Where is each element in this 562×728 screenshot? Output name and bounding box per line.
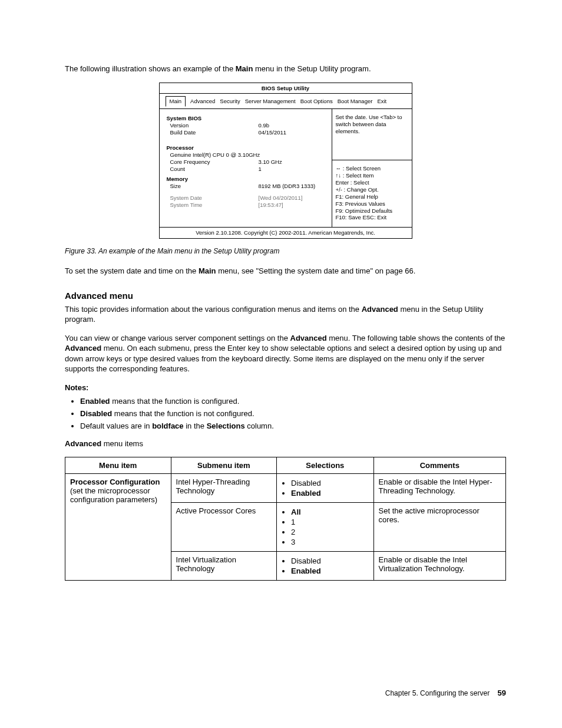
text: menu. On each submenu, press the Enter k… <box>65 344 501 373</box>
text-bold: Main <box>236 64 253 73</box>
bios-screenshot: BIOS Setup Utility Main Advanced Securit… <box>159 83 412 239</box>
text: The following illustration shows an exam… <box>65 64 236 73</box>
text: menu items <box>101 439 143 448</box>
paragraph: This topic provides information about th… <box>65 304 506 325</box>
cell-comment: Enable or disable the Intel Virtualizati… <box>373 552 505 581</box>
list-item: Enabled <box>291 489 369 498</box>
bios-main-panel: System BIOS Version0.9b Build Date04/15/… <box>160 109 332 227</box>
hint: +/- : Change Opt. <box>336 186 408 193</box>
text-bold: Disabled <box>80 409 112 418</box>
text-bold: Advanced <box>290 334 327 342</box>
text: in the <box>184 421 207 430</box>
bios-tab-boot-manager[interactable]: Boot Manager <box>338 98 373 105</box>
section-label: Memory <box>167 176 327 183</box>
text: Default values are in <box>80 421 152 430</box>
text-bold: Advanced <box>65 344 101 353</box>
label[interactable]: System Time <box>167 202 259 209</box>
bios-tab-boot-options[interactable]: Boot Options <box>300 98 333 105</box>
figure-caption: Figure 33. An example of the Main menu i… <box>65 247 506 255</box>
cell-submenu: Active Processor Cores <box>171 503 277 552</box>
value[interactable]: [19:53:47] <box>259 202 327 209</box>
cpu-line: Genuine Intel(R) CPU 0 @ 3.10GHz <box>167 151 327 159</box>
text: To set the system date and time on the <box>65 266 199 275</box>
cell-comment: Set the active microprocessor cores. <box>373 503 505 552</box>
text: means that the function is not configure… <box>112 409 254 418</box>
footer-page-number: 59 <box>498 689 506 697</box>
table-header: Comments <box>373 457 505 474</box>
cell-selections: All 1 2 3 <box>277 503 374 552</box>
hint: F9: Optimized Defaults <box>336 207 408 215</box>
text: menu in the Setup Utility program. <box>253 64 371 73</box>
text: column. <box>245 421 274 430</box>
notes-list: Enabled means that the function is confi… <box>65 397 506 430</box>
heading-advanced-menu: Advanced menu <box>65 291 506 301</box>
advanced-menu-table: Menu item Submenu item Selections Commen… <box>65 457 506 581</box>
hint: ↑↓ : Select Item <box>336 172 408 179</box>
value: 0.9b <box>259 122 327 129</box>
hint: F3: Previous Values <box>336 200 408 207</box>
cell-selections: Disabled Enabled <box>277 552 374 581</box>
list-item: Enabled <box>291 566 369 575</box>
label: Build Date <box>167 129 259 136</box>
cell-submenu: Intel Hyper-Threading Technology <box>171 474 277 503</box>
list-item: All <box>291 508 369 516</box>
table-header: Selections <box>277 457 374 474</box>
bios-tab-advanced[interactable]: Advanced <box>190 98 215 105</box>
value: 04/15/2011 <box>259 129 327 136</box>
text-bold: Advanced <box>65 439 101 448</box>
list-item: 1 <box>291 518 369 526</box>
list-item: 2 <box>291 528 369 536</box>
cell-menu-item: Processor Configuration (set the micropr… <box>65 474 171 581</box>
text-bold: Selections <box>207 421 245 430</box>
paragraph: To set the system date and time on the M… <box>65 266 506 276</box>
paragraph: You can view or change various server co… <box>65 333 506 374</box>
label: Count <box>167 166 259 173</box>
caption-text: An example of the Main menu in the Setup… <box>98 247 280 255</box>
table-title: Advanced menu items <box>65 439 506 449</box>
page-footer: Chapter 5. Configuring the server 59 <box>385 689 506 697</box>
list-item: Disabled <box>291 479 369 487</box>
hint: F10: Save ESC: Exit <box>336 214 408 221</box>
cell-submenu: Intel Virtualization Technology <box>171 552 277 581</box>
table-row: Processor Configuration (set the micropr… <box>65 474 506 503</box>
text-bold: Main <box>199 266 216 275</box>
list-item: 3 <box>291 538 369 546</box>
text: means that the function is configured. <box>110 397 240 406</box>
label: Version <box>167 122 259 129</box>
bios-tabs: Main Advanced Security Server Management… <box>160 94 412 109</box>
intro-paragraph: The following illustration shows an exam… <box>65 64 506 74</box>
text-bold: boldface <box>152 421 183 430</box>
bios-key-hints: ↔ : Select Screen ↑↓ : Select Item Enter… <box>332 160 412 227</box>
label: Size <box>167 183 259 190</box>
list-item: Default values are in boldface in the Se… <box>80 421 506 430</box>
text: menu, see "Setting the system date and t… <box>216 266 416 275</box>
bios-tab-main[interactable]: Main <box>166 96 186 107</box>
text-bold: Processor Configuration <box>70 477 160 486</box>
bios-footer: Version 2.10.1208. Copyright (C) 2002-20… <box>160 227 412 238</box>
footer-chapter: Chapter 5. Configuring the server <box>385 689 490 697</box>
text-bold: Advanced <box>362 305 398 314</box>
section-label: System BIOS <box>167 115 327 122</box>
table-header: Menu item <box>65 457 171 474</box>
value: 3.10 GHz <box>259 159 327 166</box>
label: Core Frequency <box>167 159 259 166</box>
bios-help-text: Set the date. Use <Tab> to switch betwee… <box>332 109 412 160</box>
bios-tab-security[interactable]: Security <box>220 98 240 105</box>
caption-prefix: Figure 33. <box>65 247 98 255</box>
hint: Enter : Select <box>336 179 408 186</box>
notes-label: Notes: <box>65 383 506 393</box>
list-item: Enabled means that the function is confi… <box>80 397 506 406</box>
text: menu. The following table shows the cont… <box>327 334 505 342</box>
list-item: Disabled <box>291 556 369 565</box>
text: You can view or change various server co… <box>65 334 290 342</box>
cell-selections: Disabled Enabled <box>277 474 374 503</box>
cell-comment: Enable or disable the Intel Hyper-Thread… <box>373 474 505 503</box>
bios-tab-exit[interactable]: Exit <box>377 98 386 105</box>
table-header: Submenu item <box>171 457 277 474</box>
text-bold: Enabled <box>80 397 110 406</box>
label[interactable]: System Date <box>167 195 259 202</box>
value: 1 <box>259 166 327 173</box>
value: 8192 MB (DDR3 1333) <box>259 183 327 190</box>
value[interactable]: [Wed 04/20/2011] <box>259 195 327 202</box>
bios-tab-server-management[interactable]: Server Management <box>245 98 296 105</box>
